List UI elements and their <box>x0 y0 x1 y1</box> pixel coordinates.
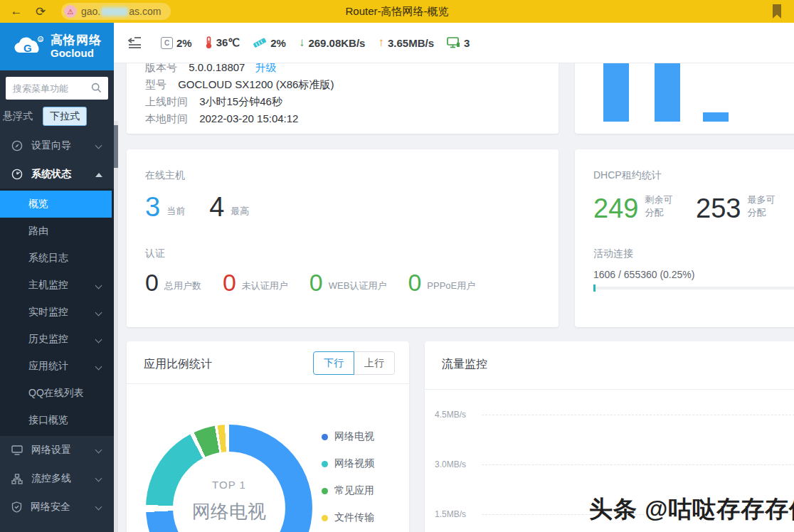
compass-icon <box>11 140 23 151</box>
donut-top-rank: TOP 1 <box>212 479 246 491</box>
legend-item-iptv: 网络电视 <box>322 430 374 444</box>
search-icon[interactable] <box>91 83 102 93</box>
menu-search <box>6 77 108 100</box>
localtime-row: 本地时间 2022-03-20 15:04:12 <box>145 110 559 127</box>
app-ratio-header: 应用比例统计 下行 上行 <box>127 341 409 384</box>
sidebar-item-network-security[interactable]: 网络安全 <box>0 493 114 521</box>
legend-label-video: 网络视频 <box>334 457 374 470</box>
sidebar-item-flow-control[interactable]: 流控多线 <box>0 464 114 493</box>
grid-row-45: 4.5MB/s <box>425 410 794 420</box>
hosts-max-label: 最高 <box>231 205 249 218</box>
sidebar-collapse-icon[interactable] <box>127 37 142 48</box>
toggle-upload-button[interactable]: 上行 <box>354 351 395 375</box>
dhcp-stats: 249 剩余可分配 253 最多可分配 <box>593 193 794 222</box>
localtime-value: 2022-03-20 15:04:12 <box>199 112 298 124</box>
auth-web-value: 0 <box>309 270 323 294</box>
monitor-icon <box>447 37 460 48</box>
tab-dropdown-style[interactable]: 下拉式 <box>43 107 87 126</box>
sidebar-item-system-status[interactable]: 系统状态 <box>0 160 114 188</box>
brand-logo[interactable]: G R 高恪网络 Gocloud <box>0 23 114 70</box>
temperature-value: 36℃ <box>216 36 240 49</box>
sidebar-scrollbar-track[interactable] <box>114 121 118 532</box>
chevron-up-icon <box>95 173 102 177</box>
sidebar-item-network-settings[interactable]: 网络设置 <box>0 436 114 464</box>
download-value: 269.08KB/s <box>308 37 365 49</box>
menu-style-tabs: 悬浮式 下拉式 <box>0 107 114 126</box>
connections-text: 1606 / 655360 (0.25%) <box>593 269 794 280</box>
url-prefix: gao. <box>81 6 100 17</box>
sidebar-item-label: 系统状态 <box>31 168 71 181</box>
download-stat: ↓ 269.08KB/s <box>299 36 366 50</box>
uptime-row: 上线时间 3小时15分钟46秒 <box>145 93 559 110</box>
connections-progress-fill <box>593 284 596 292</box>
legend-item-video: 网络视频 <box>322 457 374 471</box>
router-dashboard-page: 版本号 5.0.0.18807 升级 型号 GOCLOUD SX1200 (X8… <box>0 0 794 532</box>
cloud-logo-icon: G R <box>12 35 45 59</box>
gauge-icon <box>11 169 23 180</box>
app-ratio-donut-chart: TOP 1 网络电视 <box>146 425 312 532</box>
chevron-down-icon <box>95 282 102 289</box>
bookmark-icon[interactable] <box>770 4 784 19</box>
sidebar-item-label: 实时监控 <box>28 306 68 319</box>
sidebar-item-history-monitor[interactable]: 历史监控 <box>0 326 114 353</box>
sidebar-item-label: 流控多线 <box>31 472 71 485</box>
hosts-current-label: 当前 <box>166 205 185 218</box>
url-text: gao. as.com <box>81 6 161 17</box>
uptime-value: 3小时15分钟46秒 <box>199 95 282 107</box>
shield-icon <box>11 501 22 513</box>
direction-toggle-group: 下行 上行 <box>313 351 395 375</box>
dhcp-max-value: 253 <box>696 195 741 222</box>
security-warning-icon: ⚠ <box>64 5 77 18</box>
auth-web-label: WEB认证用户 <box>329 280 387 292</box>
legend-dot-yellow <box>322 515 328 521</box>
toggle-download-button[interactable]: 下行 <box>313 351 354 375</box>
chevron-down-icon <box>95 309 102 316</box>
tab-floating-style[interactable]: 悬浮式 <box>0 107 40 126</box>
legend-item-filetransfer: 文件传输 <box>322 511 374 525</box>
system-stats-bar: C 2% 36℃ <box>161 36 475 50</box>
svg-text:G: G <box>23 42 32 54</box>
address-bar[interactable]: ⚠ gao. as.com <box>61 3 171 20</box>
traffic-title: 流量监控 <box>442 357 487 372</box>
sidebar-item-qq-online-list[interactable]: QQ在线列表 <box>0 380 114 407</box>
sidebar-scrollbar-thumb[interactable] <box>114 125 118 168</box>
auth-stats: 0 总用户数 0 未认证用户 0 WEB认证用户 0 PPPoE用户 <box>145 270 540 294</box>
auth-total-value: 0 <box>145 270 159 294</box>
legend-label-iptv: 网络电视 <box>334 430 374 443</box>
browser-bar: ← ⟳ ⚠ gao. as.com Router-高恪网络-概览 <box>0 0 794 23</box>
cpu-value: 2% <box>176 37 192 49</box>
ram-icon <box>253 38 267 48</box>
auth-unauth-label: 未认证用户 <box>242 280 288 292</box>
sidebar-item-realtime-monitor[interactable]: 实时监控 <box>0 299 114 326</box>
hosts-max-value: 4 <box>209 193 224 220</box>
legend-item-common: 常见应用 <box>322 484 374 498</box>
watermark-text: 头条 @咕哒存存存储 <box>589 494 794 526</box>
app-ratio-card: 应用比例统计 下行 上行 TOP 1 网络电视 网络电视 网络视频 <box>127 341 409 532</box>
sidebar-item-app-statistics[interactable]: 应用统计 <box>0 353 114 380</box>
chevron-down-icon <box>95 336 102 344</box>
sidebar-item-setup-wizard[interactable]: 设置向导 <box>0 132 114 160</box>
brand-name: 高恪网络 Gocloud <box>51 34 102 59</box>
online-hosts-stats: 3 当前 4 最高 <box>145 193 540 220</box>
sidebar-item-interface-overview[interactable]: 接口概览 <box>0 407 114 434</box>
refresh-icon[interactable]: ⟳ <box>28 4 53 19</box>
donut-top-app: 网络电视 <box>192 499 266 524</box>
y-tick-3-0: 3.0MB/s <box>435 459 476 469</box>
sidebar-item-host-monitor[interactable]: 主机监控 <box>0 272 114 299</box>
connections-progress-bar <box>593 287 794 289</box>
legend-label-filetransfer: 文件传输 <box>334 511 374 524</box>
sidebar-item-label: 应用统计 <box>28 360 68 373</box>
sidebar-item-system-log[interactable]: 系统日志 <box>0 245 114 272</box>
upload-stat: ↑ 3.65MB/s <box>378 36 434 50</box>
bar-3 <box>703 112 729 122</box>
dhcp-remaining-value: 249 <box>593 195 638 222</box>
chevron-down-icon <box>95 363 102 371</box>
network-nodes-icon <box>11 474 23 484</box>
legend-dot-teal <box>322 461 328 467</box>
back-icon[interactable]: ← <box>4 4 28 18</box>
connections-title: 活动连接 <box>593 248 794 260</box>
sidebar-item-label: 设置向导 <box>31 139 71 152</box>
sidebar-item-routing[interactable]: 路由 <box>0 218 114 245</box>
sidebar-item-overview[interactable]: 概览 <box>0 191 112 218</box>
app-header: C 2% 36℃ <box>114 23 794 63</box>
